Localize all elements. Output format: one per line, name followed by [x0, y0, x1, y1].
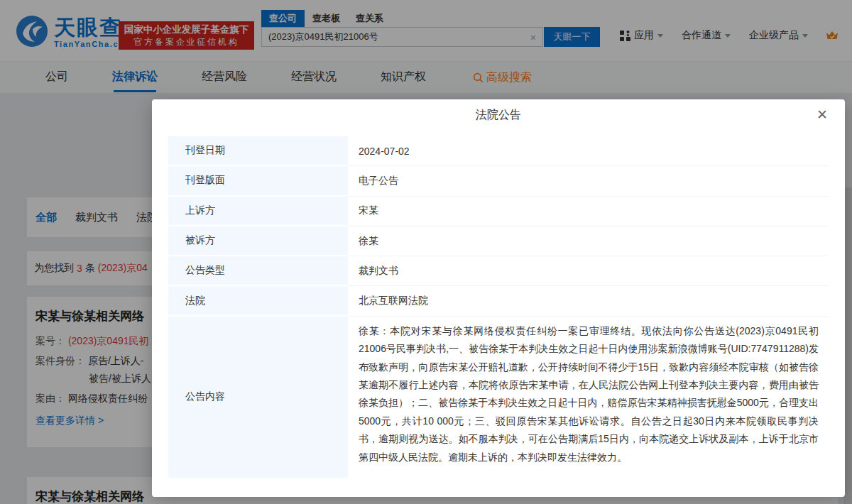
modal-header: 法院公告 ✕	[152, 99, 845, 131]
row-value: 电子公告	[348, 166, 829, 196]
row-value: 徐某	[348, 226, 829, 256]
row-value: 2024-07-02	[348, 136, 829, 166]
modal-title: 法院公告	[476, 108, 521, 123]
row-label: 法院	[168, 286, 348, 316]
table-row: 刊登日期 2024-07-02	[168, 136, 829, 166]
row-label: 公告内容	[168, 317, 348, 479]
announcement-content-row: 公告内容 徐某：本院对宋某与徐某网络侵权责任纠纷一案已审理终结。现依法向你公告送…	[168, 317, 829, 479]
table-row: 刊登版面 电子公告	[168, 166, 829, 196]
row-value: 宋某	[348, 197, 829, 226]
announcement-content-text: 徐某：本院对宋某与徐某网络侵权责任纠纷一案已审理终结。现依法向你公告送达(202…	[348, 317, 829, 479]
table-row: 公告类型 裁判文书	[168, 256, 829, 286]
announcement-table: 刊登日期 2024-07-02 刊登版面 电子公告 上诉方 宋某 被诉方 徐某 …	[168, 136, 829, 479]
close-icon[interactable]: ✕	[816, 105, 828, 125]
table-row: 被诉方 徐某	[168, 226, 829, 256]
court-announcement-modal: 法院公告 ✕ 刊登日期 2024-07-02 刊登版面 电子公告 上诉方 宋某 …	[152, 99, 845, 497]
row-label: 被诉方	[168, 226, 348, 256]
screen: 天眼查 TianYanCha.com 国家中小企业发展子基金旗下 官方备案企业征…	[0, 0, 852, 504]
row-label: 刊登日期	[168, 136, 348, 166]
table-row: 上诉方 宋某	[168, 197, 829, 226]
row-label: 公告类型	[168, 256, 348, 286]
row-label: 上诉方	[168, 197, 348, 226]
row-label: 刊登版面	[168, 166, 348, 196]
row-value: 裁判文书	[348, 256, 829, 286]
table-row: 法院 北京互联网法院	[168, 286, 829, 316]
row-value: 北京互联网法院	[348, 286, 829, 316]
